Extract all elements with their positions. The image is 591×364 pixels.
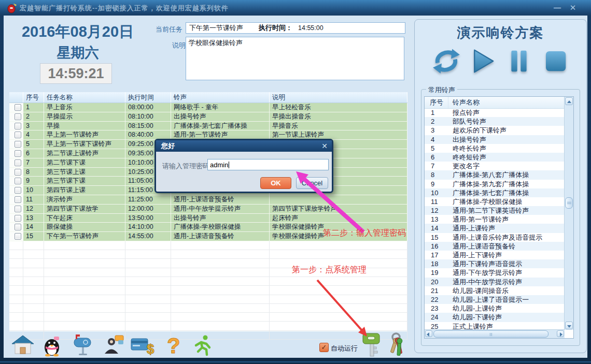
list-item[interactable]: 22幼儿园-上课了语音提示一 xyxy=(425,295,565,304)
minimize-button[interactable]: — xyxy=(551,3,564,13)
empty-cell xyxy=(44,304,125,312)
system-admin-key-icon[interactable] xyxy=(361,332,381,358)
empty-cell xyxy=(9,268,23,276)
list-item[interactable]: 14通用-上课铃声 xyxy=(425,224,565,232)
list-item-index: 7 xyxy=(425,162,448,170)
table-row[interactable]: 12第四节课下课放学12:00:00通用-中午放学提示铃声第四节课下课放学铃声 xyxy=(9,205,407,214)
list-item[interactable]: 23幼儿园-上课铃声 xyxy=(425,304,565,313)
scroll-up-button[interactable] xyxy=(565,97,573,105)
list-item-name: 部队号铃声 xyxy=(448,117,486,126)
horizontal-scrollbar[interactable] xyxy=(425,329,565,338)
table-cell: 12 xyxy=(23,205,44,213)
row-checkbox[interactable] xyxy=(15,132,21,138)
row-checkbox[interactable] xyxy=(15,169,21,176)
list-item[interactable]: 11广播体操-学校眼保健操 xyxy=(425,197,565,206)
empty-cell xyxy=(171,286,270,294)
help-icon[interactable]: ? xyxy=(163,334,186,357)
table-row[interactable]: 13下午起床13:50:00出操号铃声起床铃声 xyxy=(9,214,407,223)
table-cell: 第二节课上课铃声 xyxy=(44,149,125,158)
list-item[interactable]: 9广播体操-第九套广播体操 xyxy=(425,180,565,188)
pause-icon[interactable] xyxy=(505,47,533,76)
empty-cell xyxy=(23,241,44,250)
dialog-close-icon[interactable]: ✕ xyxy=(321,140,328,152)
list-item[interactable]: 5咚咚长铃声 xyxy=(425,144,565,153)
qq-penguin-icon[interactable] xyxy=(40,334,63,357)
empty-cell xyxy=(125,304,171,312)
row-checkbox[interactable] xyxy=(15,141,21,148)
list-item[interactable]: 7更改名字 xyxy=(425,162,565,170)
empty-cell xyxy=(9,322,23,330)
table-cell: 7 xyxy=(23,158,44,167)
scroll-left-button[interactable] xyxy=(425,330,432,337)
cancel-button[interactable]: Cancel xyxy=(296,177,328,189)
scroll-down-button[interactable] xyxy=(565,322,573,329)
empty-cell xyxy=(125,286,171,294)
auto-run-checkbox[interactable]: ✓ xyxy=(319,343,329,352)
list-item[interactable]: 3超欢乐的下课铃声 xyxy=(425,126,565,135)
description-field[interactable]: 学校眼保健操铃声 xyxy=(186,37,404,80)
row-checkbox[interactable] xyxy=(15,178,21,184)
row-checkbox[interactable] xyxy=(15,150,21,157)
list-item[interactable]: 2部队号铃声 xyxy=(425,117,565,126)
list-item[interactable]: 8广播体操-第八套广播体操 xyxy=(425,170,565,179)
empty-table-row xyxy=(9,241,407,250)
contact-person-icon[interactable] xyxy=(103,334,125,357)
table-row[interactable]: 2早操提示08:10:00出操号铃声早操出操音乐 xyxy=(9,112,407,122)
empty-cell xyxy=(270,295,407,303)
row-checkbox[interactable] xyxy=(15,206,21,212)
horizontal-scroll-thumb[interactable] xyxy=(433,330,548,338)
row-checkbox[interactable] xyxy=(15,233,21,240)
password-input[interactable]: admin xyxy=(207,159,329,170)
ok-button[interactable]: OK xyxy=(260,177,291,189)
list-item[interactable]: 12通用-第二节下课英语铃声 xyxy=(425,206,565,215)
empty-cell xyxy=(23,286,44,294)
mailbox-icon[interactable] xyxy=(72,334,94,357)
row-checkbox[interactable] xyxy=(15,196,21,203)
list-item[interactable]: 24幼儿园-下课铃声 xyxy=(425,313,565,322)
list-item[interactable]: 1报点铃声 xyxy=(425,108,565,117)
list-item[interactable]: 15通用-上课音乐铃声及语音提示 xyxy=(425,233,565,242)
list-item[interactable]: 16通用-上课语音预备铃 xyxy=(425,242,565,251)
close-button[interactable]: ✕ xyxy=(566,3,580,13)
row-checkbox[interactable] xyxy=(15,215,21,222)
table-row[interactable]: 3早操08:15:00广播体操-第七套广播体操早操音乐 xyxy=(9,122,407,131)
table-cell: 通用-上课语音预备铃 xyxy=(171,232,270,241)
current-task-field[interactable]: 下午第一节课铃声 执行时间： 14:55:00 xyxy=(186,22,405,34)
exit-runner-icon[interactable] xyxy=(191,334,214,357)
list-item[interactable]: 6咚咚短铃声 xyxy=(425,153,565,162)
list-item[interactable]: 20通用-中午放学提示铃声 xyxy=(425,278,565,286)
stop-icon[interactable] xyxy=(541,47,569,76)
home-icon[interactable] xyxy=(11,334,34,357)
list-item[interactable]: 4出操号铃声 xyxy=(425,135,565,144)
row-checkbox[interactable] xyxy=(15,159,21,166)
table-row[interactable]: 1早上音乐08:00:00网络歌手 - 童年早上轻松音乐 xyxy=(9,103,407,112)
list-item-name: 通用-上课音乐铃声及语音提示 xyxy=(448,233,542,242)
row-checkbox[interactable] xyxy=(15,123,21,129)
refresh-icon[interactable] xyxy=(432,47,460,76)
row-checkbox[interactable] xyxy=(15,104,21,111)
list-item[interactable]: 19通用-下午放学提示铃声 xyxy=(425,268,565,277)
keys-bundle-icon[interactable] xyxy=(384,332,406,358)
list-item[interactable]: 21幼儿园-课间操音乐 xyxy=(425,286,565,295)
scroll-right-button[interactable] xyxy=(557,330,564,337)
table-cell: 网络歌手 - 童年 xyxy=(171,103,270,112)
list-item-index: 23 xyxy=(425,304,448,313)
list-item[interactable]: 13通用-第一节课铃声 xyxy=(425,215,565,224)
list-item-index: 5 xyxy=(425,144,448,153)
empty-cell xyxy=(171,259,270,267)
table-cell: 9 xyxy=(23,177,44,185)
list-item[interactable]: 18通用-下课铃声语音提示 xyxy=(425,259,565,268)
row-checkbox[interactable] xyxy=(15,224,21,230)
row-checkbox[interactable] xyxy=(15,113,21,120)
list-item[interactable]: 10广播体操-第七套广播体操 xyxy=(425,188,565,197)
empty-table-row xyxy=(9,277,407,286)
table-row[interactable]: 11演示铃声11:25:00通用-上课语音预备铃 xyxy=(9,195,407,205)
vertical-scroll-thumb[interactable] xyxy=(565,197,573,209)
row-checkbox[interactable] xyxy=(15,187,21,194)
vertical-scrollbar[interactable] xyxy=(564,97,573,330)
play-icon[interactable] xyxy=(469,47,497,76)
empty-cell xyxy=(9,304,23,312)
header-desc: 说明 xyxy=(270,92,407,103)
payment-card-icon[interactable]: $ xyxy=(130,334,156,357)
list-item[interactable]: 17通用-上下课铃声 xyxy=(425,251,565,259)
